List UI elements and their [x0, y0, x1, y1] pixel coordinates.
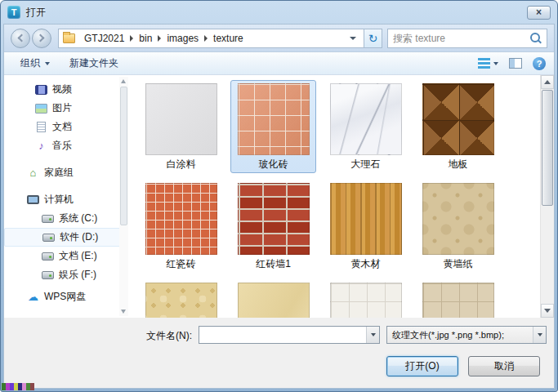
cloud-icon: ☁	[27, 292, 39, 303]
forward-button[interactable]	[32, 29, 51, 48]
forward-arrow-icon	[37, 34, 45, 42]
cancel-button-label: 取消	[494, 360, 514, 372]
file-list-scrollbar[interactable]	[540, 75, 554, 318]
scroll-up-icon[interactable]	[121, 79, 126, 83]
sidebar-item-label: 文档	[52, 120, 72, 134]
file-thumbnail[interactable]	[238, 283, 310, 318]
filename-label: 文件名(N):	[107, 329, 192, 343]
new-folder-button[interactable]: 新建文件夹	[61, 52, 127, 74]
file-thumbnail[interactable]	[330, 283, 402, 318]
file-item[interactable]: 白涂料	[138, 80, 224, 173]
sidebar-item-label: 软件 (D:)	[60, 230, 98, 244]
breadcrumb-item[interactable]: texture	[208, 29, 249, 47]
music-icon: ♪	[35, 140, 47, 152]
file-item[interactable]: 黄木材	[323, 180, 408, 273]
cancel-button[interactable]: 取消	[468, 356, 540, 376]
sidebar-item-documents[interactable]: 文档	[4, 118, 128, 136]
file-item[interactable]: 红砖墙1	[230, 180, 316, 273]
breadcrumb-item[interactable]: images	[161, 29, 204, 47]
file-item-partial[interactable]	[323, 279, 408, 318]
command-toolbar: 组织 新建文件夹 ?	[4, 52, 554, 75]
scroll-down-button[interactable]	[541, 304, 554, 318]
file-thumbnail[interactable]	[422, 283, 494, 318]
drive-icon	[42, 252, 54, 261]
breadcrumb-item[interactable]: GTJ2021	[78, 29, 130, 47]
filename-dropdown-button[interactable]	[366, 327, 379, 343]
file-thumbnail[interactable]	[422, 183, 494, 255]
search-input[interactable]	[388, 29, 530, 47]
preview-pane-icon[interactable]	[509, 58, 522, 69]
scrollbar-thumb[interactable]	[542, 90, 553, 206]
artifact-pixel	[30, 383, 34, 390]
file-name: 红瓷砖	[167, 258, 196, 270]
help-icon[interactable]: ?	[533, 57, 546, 70]
sidebar-item-wps-cloud[interactable]: ☁ WPS网盘	[4, 287, 128, 306]
filename-combobox[interactable]	[199, 326, 380, 344]
views-button[interactable]	[478, 58, 498, 69]
video-icon	[35, 85, 47, 95]
file-item-partial[interactable]	[138, 279, 224, 318]
file-thumbnail[interactable]	[238, 183, 310, 255]
sidebar-item-drive-e[interactable]: 文档 (E:)	[4, 247, 128, 265]
breadcrumb-item[interactable]: bin	[133, 29, 158, 47]
file-name: 白涂料	[167, 158, 196, 171]
open-button-label: 打开(O)	[405, 360, 439, 372]
sidebar-item-drive-c[interactable]: 系统 (C:)	[4, 209, 128, 228]
file-thumbnail[interactable]	[422, 83, 494, 155]
scroll-down-icon[interactable]	[121, 310, 126, 314]
sidebar-item-label: 视频	[52, 82, 72, 96]
open-button[interactable]: 打开(O)	[386, 356, 458, 376]
organize-button[interactable]: 组织	[12, 52, 58, 74]
dialog-footer: 文件名(N): 纹理文件(*.jpg *.png *.bmp); 打开(O) 取…	[4, 318, 554, 388]
file-thumbnail[interactable]	[330, 83, 402, 155]
search-icon[interactable]	[530, 33, 542, 44]
file-item[interactable]: 地板	[415, 80, 501, 173]
file-thumbnail[interactable]	[330, 183, 402, 255]
scroll-up-button[interactable]	[541, 75, 554, 89]
sidebar-item-pictures[interactable]: 图片	[4, 99, 128, 118]
titlebar: T 打开 ×	[1, 1, 557, 24]
filetype-combobox[interactable]: 纹理文件(*.jpg *.png *.bmp);	[386, 326, 547, 344]
open-dialog-window: T 打开 × GTJ2021 bin images texture	[0, 0, 558, 392]
scrollbar-thumb[interactable]	[120, 87, 127, 225]
sidebar-item-drive-d[interactable]: 软件 (D:)	[4, 228, 128, 247]
history-dropdown-icon[interactable]	[350, 37, 356, 40]
file-thumbnail[interactable]	[238, 83, 310, 155]
views-dropdown-icon	[493, 62, 498, 65]
file-item[interactable]: 黄墙纸	[415, 180, 501, 273]
scrollbar-track[interactable]	[541, 89, 554, 304]
toolbar-right-icons: ?	[478, 57, 546, 70]
file-item-selected[interactable]: 玻化砖	[230, 80, 316, 173]
new-folder-label: 新建文件夹	[69, 56, 118, 70]
sidebar-scrollbar[interactable]	[119, 77, 128, 316]
filetype-dropdown-button[interactable]	[533, 327, 546, 343]
sidebar-item-homegroup[interactable]: ⌂ 家庭组	[4, 163, 128, 182]
sidebar-item-computer[interactable]: 计算机	[4, 190, 128, 209]
file-item-partial[interactable]	[415, 279, 501, 318]
file-item[interactable]: 红瓷砖	[138, 180, 224, 273]
back-button[interactable]	[11, 29, 30, 48]
file-name: 黄墙纸	[444, 258, 473, 270]
back-arrow-icon	[18, 34, 26, 42]
file-item[interactable]: 大理石	[323, 80, 408, 173]
sidebar-item-videos[interactable]: 视频	[4, 80, 128, 99]
file-thumbnail[interactable]	[145, 83, 217, 155]
navigation-bar: GTJ2021 bin images texture ↻	[4, 24, 554, 52]
sidebar-item-music[interactable]: ♪ 音乐	[4, 136, 128, 155]
file-thumbnail[interactable]	[145, 283, 217, 318]
file-item-partial[interactable]	[230, 279, 316, 318]
drive-icon	[42, 271, 54, 279]
sidebar-item-drive-f[interactable]: 娱乐 (F:)	[4, 265, 128, 284]
file-thumbnail[interactable]	[145, 183, 217, 255]
search-box[interactable]	[387, 29, 547, 48]
filename-input[interactable]	[199, 327, 366, 343]
sidebar-item-label: 文档 (E:)	[59, 249, 97, 263]
dialog-body: GTJ2021 bin images texture ↻ 组织	[3, 24, 555, 389]
sidebar-item-label: 系统 (C:)	[59, 212, 97, 225]
organize-label: 组织	[20, 56, 40, 70]
address-bar[interactable]: GTJ2021 bin images texture	[58, 29, 364, 48]
dropdown-arrow-icon	[45, 62, 50, 65]
close-button[interactable]: ×	[527, 6, 551, 20]
refresh-button[interactable]: ↻	[364, 29, 382, 48]
file-name: 黄木材	[351, 258, 381, 270]
